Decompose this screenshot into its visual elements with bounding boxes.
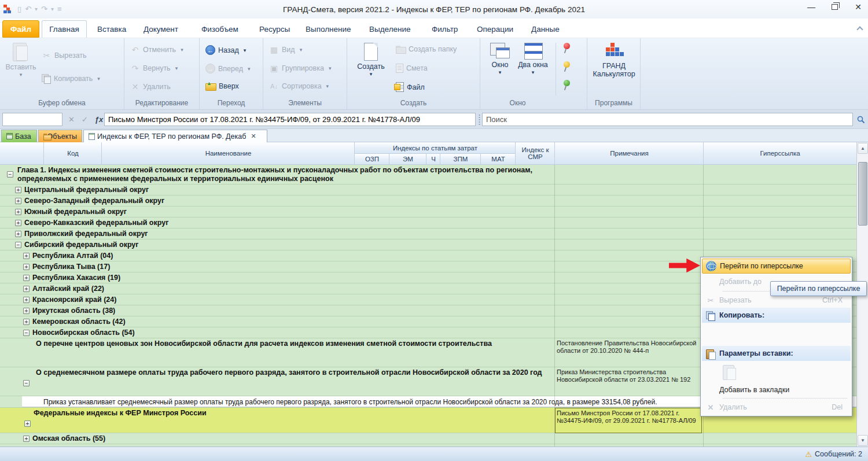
- table-row[interactable]: + Северо-Западный федеральный округ: [0, 196, 856, 206]
- cancel-entry-icon[interactable]: ✕: [68, 115, 75, 124]
- table-row[interactable]: + Приволжский федеральный округ: [0, 228, 856, 239]
- collapse-icon[interactable]: −: [23, 330, 30, 336]
- expand-icon[interactable]: +: [23, 319, 30, 325]
- tab-physvolume[interactable]: Физобъем: [192, 20, 248, 38]
- tab-resources[interactable]: Ресурсы: [250, 20, 299, 38]
- tab-filter[interactable]: Фильтр: [422, 20, 467, 38]
- function-icon[interactable]: ƒx: [95, 115, 103, 124]
- scroll-up-icon[interactable]: ▲: [858, 143, 868, 154]
- header-zpm[interactable]: ЗПМ: [440, 154, 481, 165]
- collapse-icon[interactable]: −: [7, 171, 13, 178]
- formula-field[interactable]: Письмо Минстроя России от 17.08.2021 г. …: [104, 113, 476, 126]
- messages-count[interactable]: Сообщений: 2: [815, 450, 862, 458]
- paste-option-button[interactable]: [702, 361, 851, 383]
- name-box-input[interactable]: [2, 113, 62, 126]
- tab-document[interactable]: Документ: [134, 20, 187, 38]
- cut-button[interactable]: ✂ Вырезать: [42, 51, 87, 60]
- tab-insert[interactable]: Вставка: [88, 20, 135, 38]
- note-cell-selected[interactable]: Письмо Минстроя России от 17.08.2021 г. …: [555, 408, 702, 433]
- expand-icon[interactable]: +: [15, 231, 21, 237]
- pin-yellow-icon[interactable]: [562, 61, 571, 73]
- pin-red-icon[interactable]: [562, 43, 571, 54]
- scroll-down-icon[interactable]: ▼: [858, 435, 868, 446]
- tab-active-document[interactable]: Индексы к ФЕР, ТЕР по регионам РФ. Декаб…: [83, 130, 267, 142]
- expand-icon[interactable]: +: [24, 421, 31, 427]
- header-code[interactable]: Код: [43, 142, 102, 165]
- table-row[interactable]: + Северо-Кавказский федеральный округ: [0, 217, 856, 228]
- create-button[interactable]: Создать ▾: [354, 43, 388, 77]
- pin-green-icon[interactable]: [562, 80, 571, 91]
- expand-icon[interactable]: +: [23, 286, 30, 292]
- search-input[interactable]: [482, 113, 853, 126]
- table-row[interactable]: + Южный федеральный округ: [0, 206, 856, 217]
- minimize-button[interactable]: —: [806, 2, 816, 12]
- tab-data[interactable]: Данные: [522, 20, 569, 38]
- grouping-button[interactable]: ▣ Группировка ▾: [269, 64, 331, 73]
- expand-icon[interactable]: +: [23, 264, 30, 270]
- menu-item-copy[interactable]: Копировать:: [702, 308, 851, 323]
- close-tab-icon[interactable]: ✕: [251, 132, 256, 140]
- table-row[interactable]: + Омская область (55): [0, 433, 856, 444]
- header-indices-group[interactable]: Индексы по статьям затрат: [354, 142, 516, 154]
- expand-icon[interactable]: +: [15, 198, 21, 204]
- menu-item-delete[interactable]: ✕ Удалить Del: [702, 400, 851, 415]
- menu-item-go-hyperlink[interactable]: Перейти по гиперссылке: [702, 259, 851, 274]
- expand-icon[interactable]: +: [23, 308, 30, 314]
- group-label-create: Создать: [347, 99, 480, 107]
- expand-icon[interactable]: +: [23, 436, 30, 442]
- header-notes[interactable]: Примечания: [554, 142, 704, 165]
- expand-icon[interactable]: +: [23, 253, 30, 259]
- search-icon[interactable]: [855, 113, 867, 126]
- up-button[interactable]: Вверх: [205, 82, 239, 90]
- back-button[interactable]: ← Назад ▾: [205, 45, 246, 55]
- expand-icon[interactable]: +: [23, 297, 30, 303]
- scrollbar-thumb[interactable]: [858, 162, 867, 226]
- tab-file[interactable]: Файл: [2, 20, 39, 38]
- create-estimate-button[interactable]: Смета: [396, 64, 428, 73]
- table-row[interactable]: + Центральный федеральный округ: [0, 185, 856, 196]
- header-hyperlink[interactable]: Гиперссылка: [703, 142, 856, 165]
- header-name[interactable]: Наименование: [101, 142, 355, 165]
- tab-selection[interactable]: Выделение: [360, 20, 420, 38]
- group-label-editing: Редактирование: [124, 99, 199, 107]
- collapse-icon[interactable]: −: [23, 380, 30, 386]
- two-windows-button[interactable]: Два окна ▾: [517, 43, 549, 75]
- sorting-button[interactable]: А↓ Сортировка ▾: [269, 82, 329, 90]
- collapse-icon[interactable]: −: [15, 242, 21, 248]
- header-mat[interactable]: МАТ: [480, 154, 516, 165]
- tab-base[interactable]: База: [1, 130, 37, 142]
- create-file-button[interactable]: Файл: [396, 82, 425, 92]
- table-row[interactable]: − Сибирский федеральный округ: [0, 239, 856, 250]
- undo-button[interactable]: ↶ Отменить ▾: [130, 45, 183, 54]
- header-ch[interactable]: Ч: [426, 154, 440, 165]
- header-smr[interactable]: Индекс к СМР: [515, 142, 555, 165]
- copy-button[interactable]: Копировать ▾: [42, 74, 100, 83]
- window-button[interactable]: Окно ▾: [485, 43, 515, 75]
- redo-button[interactable]: ↷ Вернуть ▾: [130, 64, 178, 73]
- collapse-ribbon-icon[interactable]: [857, 25, 862, 31]
- expand-icon[interactable]: +: [23, 275, 30, 281]
- header-em[interactable]: ЭМ: [389, 154, 426, 165]
- delete-button[interactable]: ✕ Удалить: [130, 82, 171, 91]
- restore-button[interactable]: [832, 4, 838, 10]
- menu-item-paste-options[interactable]: Параметры вставки:: [702, 346, 851, 361]
- expand-icon[interactable]: +: [15, 209, 21, 215]
- tab-objects[interactable]: Объекты: [38, 130, 82, 142]
- header-ozp[interactable]: ОЗП: [354, 154, 389, 165]
- expand-icon[interactable]: +: [15, 220, 21, 226]
- expand-icon[interactable]: +: [15, 187, 21, 193]
- create-folder-button[interactable]: Создать папку: [396, 45, 457, 53]
- close-button[interactable]: ✕: [853, 2, 863, 12]
- tab-home[interactable]: Главная: [42, 20, 87, 38]
- tab-execution[interactable]: Выполнение: [296, 20, 361, 38]
- paste-button[interactable]: Вставить ▾: [5, 42, 37, 78]
- table-row[interactable]: − Глава 1. Индексы изменения сметной сто…: [0, 165, 856, 185]
- grand-calculator-button[interactable]: ГРАНД Калькулятор: [591, 43, 637, 78]
- splitter-handle[interactable]: [479, 114, 480, 125]
- forward-button[interactable]: → Вперед ▾: [205, 64, 251, 73]
- view-button[interactable]: ▦ Вид ▾: [269, 45, 302, 54]
- confirm-entry-icon[interactable]: ✓: [82, 115, 88, 124]
- tab-operations[interactable]: Операции: [468, 20, 523, 38]
- menu-item-bookmarks[interactable]: Добавить в закладки: [702, 383, 851, 397]
- paste-disabled-icon: [723, 364, 737, 380]
